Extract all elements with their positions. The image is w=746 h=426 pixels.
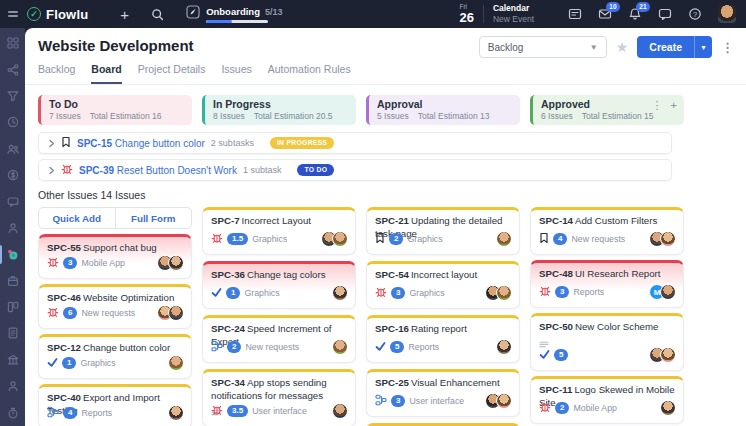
bug-icon <box>61 161 73 179</box>
avatar <box>332 339 348 355</box>
bug-icon <box>211 230 223 248</box>
issue-link[interactable]: SPC-15 Change button color <box>77 138 205 149</box>
user-avatar[interactable] <box>718 5 736 23</box>
column-header-approval[interactable]: Approval 5 IssuesTotal Estimation 13 <box>366 95 520 125</box>
column-add-icon[interactable]: + <box>671 100 677 111</box>
sidebar-item-dashboard[interactable] <box>0 30 25 56</box>
column-header-in-progress[interactable]: In Progress 8 IssuesTotal Estimation 20.… <box>202 95 356 125</box>
column-stats: 8 IssuesTotal Estimation 20.5 <box>213 111 348 121</box>
sidebar-item-projects[interactable] <box>0 241 25 267</box>
card-spc-50[interactable]: SPC-50New Color Scheme5 <box>530 313 684 371</box>
sidebar-item-time-tracking[interactable] <box>0 109 25 135</box>
estimate-badge: 3 <box>555 286 569 298</box>
assignee-avatars: M <box>649 284 676 300</box>
workflow-tag: Mobile App <box>573 403 617 413</box>
tab-automation-rules[interactable]: Automation Rules <box>268 63 351 84</box>
onboarding-progress-bar <box>206 20 268 23</box>
bell-icon[interactable]: 21 <box>628 7 642 21</box>
mail-badge: 10 <box>606 2 620 12</box>
flowlu-logo[interactable]: ✓ Flowlu <box>27 7 88 22</box>
mail-icon[interactable]: 10 <box>598 7 612 21</box>
sidebar-item-boards[interactable] <box>0 294 25 320</box>
sidebar-item-timer[interactable] <box>0 399 25 425</box>
calendar-new-event[interactable]: Calendar New Event <box>493 3 534 24</box>
full-form-button[interactable]: Full Form <box>115 208 192 228</box>
sidebar-item-finance[interactable] <box>0 162 25 188</box>
date-widget[interactable]: Fri 26 <box>459 4 473 25</box>
column-header-to-do[interactable]: To Do 7 IssuesTotal Estimation 16 <box>38 95 192 125</box>
column-kebab-icon[interactable]: ⋮ <box>652 100 663 111</box>
issue-link[interactable]: SPC-39 Reset Button Doesn't Work <box>79 165 237 176</box>
card-spc-40[interactable]: SPC-40Export and Import Testing4Reports <box>38 384 192 426</box>
card-title: SPC-7Incorrect Layout <box>211 215 347 228</box>
column-stats: 6 IssuesTotal Estimation 15 <box>541 111 676 121</box>
sidebar-item-team[interactable] <box>0 136 25 162</box>
card-spc-36[interactable]: SPC-36Change tag colors1Graphics <box>202 261 356 309</box>
tab-issues[interactable]: Issues <box>221 63 251 84</box>
bug-icon <box>375 284 387 302</box>
onboarding-count: 5/13 <box>265 7 283 17</box>
issue-row-spc-39[interactable]: SPC-39 Reset Button Doesn't Work1 subtas… <box>38 159 672 181</box>
sidebar-item-bank[interactable] <box>0 347 25 373</box>
sidebar-item-messenger[interactable] <box>0 188 25 214</box>
card-spc-48[interactable]: SPC-48UI Research Report3ReportsM <box>530 260 684 308</box>
onboarding-label: Onboarding <box>206 6 260 17</box>
avatar <box>168 255 184 271</box>
more-options-icon[interactable]: ⋮ <box>721 40 734 55</box>
card-spc-14[interactable]: SPC-14Add Custom Filters4New requests <box>530 207 684 255</box>
column-header-approved[interactable]: Approved 6 IssuesTotal Estimation 15⋮+ <box>530 95 684 125</box>
sidebar-item-clients[interactable] <box>0 373 25 399</box>
card-spc-46[interactable]: SPC-46Website Optimization6New requests <box>38 284 192 329</box>
help-icon[interactable]: ? <box>688 7 702 21</box>
check-icon <box>211 284 222 302</box>
sidebar-item-portfolio[interactable] <box>0 268 25 294</box>
board-column-3: SPC-21Updating the detailed task page2Gr… <box>366 207 520 426</box>
tree-icon <box>375 392 387 410</box>
issue-row-spc-15[interactable]: SPC-15 Change button color2 subtasksIN P… <box>38 132 672 154</box>
assignee-avatars <box>332 403 348 419</box>
search-icon[interactable] <box>151 8 164 21</box>
card-spc-24[interactable]: SPC-24Speed Increment of Export2New requ… <box>202 315 356 363</box>
bug-icon <box>539 399 551 417</box>
card-spc-54[interactable]: SPC-54Incorrect layout3Graphics <box>366 261 520 309</box>
sidebar-item-feed[interactable] <box>0 56 25 82</box>
assignee-avatars <box>321 231 348 247</box>
column-stats: 5 IssuesTotal Estimation 13 <box>377 111 512 121</box>
notes-icon[interactable] <box>568 7 582 21</box>
quick-add-button[interactable]: Quick Add <box>39 208 115 228</box>
quick-create-icon[interactable]: + <box>120 7 129 22</box>
estimate-badge: 2 <box>227 341 241 353</box>
expand-chevron-icon[interactable] <box>48 161 55 179</box>
card-spc-25[interactable]: SPC-25Visual Enhancement3User interface <box>366 369 520 417</box>
assignee-avatars <box>157 305 184 321</box>
chat-icon[interactable] <box>658 7 672 21</box>
favorite-star-icon[interactable]: ★ <box>616 40 629 54</box>
tab-backlog[interactable]: Backlog <box>38 63 75 84</box>
flowlu-logo-icon: ✓ <box>27 7 41 21</box>
expand-chevron-icon[interactable] <box>48 134 55 152</box>
board-column-4: SPC-14Add Custom Filters4New requestsSPC… <box>530 207 684 426</box>
card-spc-21[interactable]: SPC-21Updating the detailed task page2Gr… <box>366 207 520 255</box>
brand-name: Flowlu <box>46 7 88 22</box>
tab-project-details[interactable]: Project Details <box>138 63 206 84</box>
avatar <box>496 285 512 301</box>
sidebar-item-documents[interactable] <box>0 320 25 346</box>
estimate-badge: 3 <box>63 257 77 269</box>
view-select[interactable]: Backlog ▼ <box>479 36 607 58</box>
card-spc-55[interactable]: SPC-55Support chat bug3Mobile App <box>38 234 192 279</box>
card-title: SPC-50New Color Scheme <box>539 321 675 334</box>
card-spc-34[interactable]: SPC-34App stops sending notifications fo… <box>202 369 356 426</box>
sidebar-item-crm-funnel[interactable] <box>0 83 25 109</box>
sidebar-item-contacts[interactable] <box>0 215 25 241</box>
tab-board[interactable]: Board <box>91 63 121 84</box>
create-button[interactable]: Create ▼ <box>637 36 712 58</box>
hamburger-menu-icon[interactable] <box>8 11 18 17</box>
create-dropdown-icon[interactable]: ▼ <box>694 36 712 58</box>
card-title: SPC-14Add Custom Filters <box>539 215 675 228</box>
onboarding-progress[interactable]: Onboarding 5/13 <box>186 5 282 23</box>
card-spc-12[interactable]: SPC-12Change button color1Graphics <box>38 334 192 379</box>
card-spc-7[interactable]: SPC-7Incorrect Layout1.5Graphics <box>202 207 356 255</box>
assignee-avatars <box>496 231 512 247</box>
card-spc-11[interactable]: SPC-11Logo Skewed in Mobile Site2Mobile … <box>530 376 684 424</box>
card-spc-16[interactable]: SPC-16Rating report5Reports <box>366 315 520 363</box>
